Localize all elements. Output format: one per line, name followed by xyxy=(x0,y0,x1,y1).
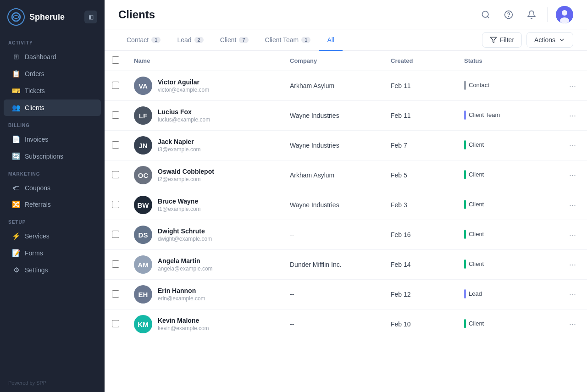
tickets-icon: 🎫 xyxy=(12,87,20,95)
sidebar-item-services[interactable]: ⚡ Services xyxy=(4,228,101,244)
row-checkbox-7[interactable] xyxy=(112,290,119,298)
client-name-2: Jack Napier xyxy=(158,138,201,145)
row-checkbox-cell-0 xyxy=(105,71,127,101)
referrals-icon: 🔀 xyxy=(12,200,20,209)
sidebar-item-label-forms: Forms xyxy=(25,249,43,257)
sidebar-item-orders[interactable]: 📋 Orders xyxy=(4,66,101,82)
client-name-8: Kevin Malone xyxy=(158,317,209,324)
row-checkbox-cell-5 xyxy=(105,220,127,250)
sidebar-item-label-dashboard: Dashboard xyxy=(25,53,56,61)
sidebar-nav: ACTIVITY ⊞ Dashboard 📋 Orders 🎫 Tickets … xyxy=(0,34,105,279)
sidebar-item-coupons[interactable]: 🏷 Coupons xyxy=(4,180,101,196)
client-avatar-5: DS xyxy=(134,226,152,244)
notifications-button[interactable] xyxy=(524,7,539,22)
client-email-5: dwight@example.com xyxy=(158,236,212,242)
row-created-3: Feb 5 xyxy=(383,160,457,190)
row-checkbox-1[interactable] xyxy=(112,111,119,119)
row-checkbox-cell-3 xyxy=(105,160,127,190)
sidebar-item-tickets[interactable]: 🎫 Tickets xyxy=(4,83,101,99)
client-avatar-6: AM xyxy=(134,255,152,274)
row-name-cell-0: VA Victor Aguilar victor@example.com xyxy=(127,71,282,101)
sidebar-item-label-services: Services xyxy=(25,232,50,240)
status-dot-8 xyxy=(464,319,466,328)
client-avatar-1: LF xyxy=(134,106,152,125)
status-label-3: Client xyxy=(469,171,484,178)
row-company-4: Wayne Industries xyxy=(282,190,383,220)
row-name-cell-6: AM Angela Martin angela@example.com xyxy=(127,250,282,280)
row-checkbox-5[interactable] xyxy=(112,231,119,238)
row-menu-button-1[interactable]: ··· xyxy=(565,109,580,122)
row-status-6: Client xyxy=(457,250,548,280)
status-dot-0 xyxy=(464,81,466,90)
status-dot-1 xyxy=(464,110,466,120)
sidebar-item-subscriptions[interactable]: 🔄 Subscriptions xyxy=(4,148,101,165)
top-bar: Clients xyxy=(105,0,587,29)
tabs-container: Contact1Lead2Client7Client Team1All xyxy=(118,29,343,50)
tab-client-team[interactable]: Client Team1 xyxy=(257,30,319,51)
sidebar-item-forms[interactable]: 📝 Forms xyxy=(4,245,101,261)
row-status-0: Contact xyxy=(457,71,548,101)
clients-table-wrap: Name Company Created Status VA Victor Ag… xyxy=(105,51,587,392)
col-status: Status xyxy=(457,51,548,71)
row-checkbox-6[interactable] xyxy=(112,260,119,268)
row-menu-button-7[interactable]: ··· xyxy=(565,288,580,301)
sidebar-item-dashboard[interactable]: ⊞ Dashboard xyxy=(4,49,101,65)
sidebar-toggle-button[interactable]: ◧ xyxy=(84,11,97,23)
row-checkbox-4[interactable] xyxy=(112,201,119,208)
row-menu-button-0[interactable]: ··· xyxy=(565,79,580,93)
row-checkbox-cell-6 xyxy=(105,250,127,280)
client-email-8: kevin@example.com xyxy=(158,325,209,331)
tab-contact[interactable]: Contact1 xyxy=(118,30,169,51)
client-avatar-7: EH xyxy=(134,285,152,304)
col-created: Created xyxy=(383,51,457,71)
sidebar-footer: Powered by SPP xyxy=(0,374,105,392)
status-dot-5 xyxy=(464,230,466,239)
row-menu-button-3[interactable]: ··· xyxy=(565,169,580,182)
row-checkbox-2[interactable] xyxy=(112,141,119,149)
filter-button[interactable]: Filter xyxy=(482,32,522,48)
tab-label-all: All xyxy=(327,36,334,44)
filter-actions: Filter Actions xyxy=(482,32,573,48)
row-name-info-1: Lucius Fox lucius@example.com xyxy=(158,108,210,123)
status-dot-3 xyxy=(464,170,466,179)
sidebar-item-label-invoices: Invoices xyxy=(25,136,48,143)
status-label-0: Contact xyxy=(469,82,489,88)
sidebar-item-settings[interactable]: ⚙ Settings xyxy=(4,262,101,278)
row-name-info-3: Oswald Cobblepot t2@example.com xyxy=(158,168,214,182)
tab-client[interactable]: Client7 xyxy=(212,30,257,51)
tab-all[interactable]: All xyxy=(319,30,343,51)
client-email-1: lucius@example.com xyxy=(158,116,210,123)
row-checkbox-3[interactable] xyxy=(112,171,119,178)
row-checkbox-0[interactable] xyxy=(112,82,119,89)
user-avatar[interactable] xyxy=(556,6,573,23)
tabs-bar: Contact1Lead2Client7Client Team1All Filt… xyxy=(105,29,587,51)
status-label-4: Client xyxy=(469,201,484,208)
table-row: OC Oswald Cobblepot t2@example.com Arkha… xyxy=(105,160,587,190)
search-button[interactable] xyxy=(478,7,493,22)
row-menu-button-5[interactable]: ··· xyxy=(565,228,580,242)
help-button[interactable] xyxy=(501,7,516,22)
actions-button[interactable]: Actions xyxy=(526,32,573,48)
row-menu-button-8[interactable]: ··· xyxy=(565,318,580,331)
status-dot-4 xyxy=(464,200,466,209)
row-checkbox-8[interactable] xyxy=(112,320,119,327)
tab-lead[interactable]: Lead2 xyxy=(169,30,211,51)
sidebar-section-billing: BILLING xyxy=(0,116,105,131)
sidebar-item-clients[interactable]: 👥 Clients xyxy=(4,99,101,116)
sidebar-section-activity: ACTIVITY xyxy=(0,34,105,48)
row-name-cell-4: BW Bruce Wayne t1@example.com xyxy=(127,190,282,220)
tab-badge-contact: 1 xyxy=(151,37,161,43)
sidebar-item-referrals[interactable]: 🔀 Referrals xyxy=(4,196,101,213)
row-checkbox-cell-2 xyxy=(105,131,127,160)
client-email-3: t2@example.com xyxy=(158,176,214,182)
clients-table: Name Company Created Status VA Victor Ag… xyxy=(105,51,587,339)
client-avatar-0: VA xyxy=(134,77,152,95)
row-checkbox-cell-1 xyxy=(105,101,127,131)
sidebar-section-setup: SETUP xyxy=(0,213,105,227)
row-name-info-0: Victor Aguilar victor@example.com xyxy=(158,78,209,93)
row-menu-button-2[interactable]: ··· xyxy=(565,139,580,152)
row-menu-button-6[interactable]: ··· xyxy=(565,258,580,271)
select-all-checkbox[interactable] xyxy=(112,56,119,64)
sidebar-item-invoices[interactable]: 📄 Invoices xyxy=(4,131,101,148)
row-menu-button-4[interactable]: ··· xyxy=(565,199,580,212)
